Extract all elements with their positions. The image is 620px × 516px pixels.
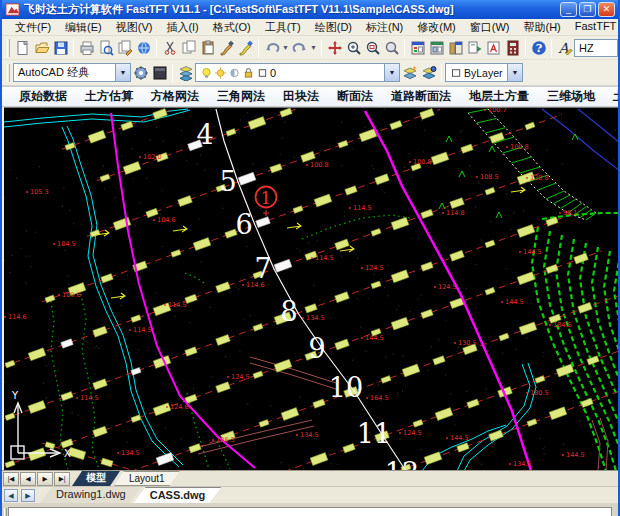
- zoom-previous-icon[interactable]: [382, 38, 401, 58]
- command-input[interactable]: [8, 507, 612, 516]
- menu-item-11[interactable]: FastTFT: [568, 19, 620, 36]
- layer-on-bulb-icon[interactable]: [200, 66, 213, 80]
- command-grip[interactable]: [4, 508, 7, 516]
- layer-thaw-sun-icon[interactable]: [214, 66, 227, 80]
- layout-nav-button-3[interactable]: ▶|: [54, 472, 70, 486]
- close-button[interactable]: ✕: [598, 2, 615, 17]
- dropdown-arrow-icon[interactable]: ▼: [309, 38, 318, 58]
- menu-item-3[interactable]: 插入(I): [159, 19, 205, 36]
- station-number-7: 7: [254, 253, 271, 284]
- menu-item-6[interactable]: 绘图(D): [308, 19, 359, 36]
- command-line-area[interactable]: [2, 503, 618, 516]
- fasttft-menu-8[interactable]: 三维场地: [538, 86, 604, 107]
- properties-icon[interactable]: [408, 38, 427, 58]
- fasttft-menu-2[interactable]: 方格网法: [142, 86, 208, 107]
- save-icon[interactable]: [51, 38, 70, 58]
- hyperlink-globe-icon[interactable]: [134, 38, 153, 58]
- toolbar-grip2[interactable]: [7, 64, 10, 82]
- elevation-label: 114.6: [246, 281, 265, 289]
- layout-nav-button-1[interactable]: ◀: [20, 472, 36, 486]
- pan-icon[interactable]: [325, 38, 344, 58]
- workspace-dropdown-icon[interactable]: ▼: [115, 64, 130, 81]
- model-layout-tabbar: |◀◀▶▶| 模型Layout1: [2, 470, 618, 486]
- layer-manager-icon[interactable]: [176, 63, 195, 83]
- color-dropdown-icon[interactable]: ▼: [507, 64, 522, 81]
- print-preview-icon[interactable]: [96, 38, 115, 58]
- document-tabbar: ◀▶ Drawing1.dwgCASS.dwg: [2, 486, 618, 503]
- new-icon[interactable]: [13, 38, 32, 58]
- minimize-button[interactable]: _: [560, 2, 577, 17]
- workspace-combo[interactable]: AutoCAD 经典 ▼: [13, 63, 131, 82]
- publish-icon[interactable]: [115, 38, 134, 58]
- markup-icon[interactable]: [484, 38, 503, 58]
- menu-item-1[interactable]: 编辑(E): [58, 19, 109, 36]
- layer-dropdown-icon[interactable]: ▼: [384, 64, 399, 81]
- undo-icon[interactable]: [262, 38, 281, 58]
- doc-tab-CASS.dwg[interactable]: CASS.dwg: [134, 487, 222, 503]
- doc-nav-button-0[interactable]: ◀: [4, 489, 18, 502]
- fasttft-menu-1[interactable]: 土方估算: [76, 86, 142, 107]
- elevation-label: 134.5: [121, 449, 140, 457]
- zoom-realtime-icon[interactable]: [344, 38, 363, 58]
- menu-item-8[interactable]: 修改(M): [410, 19, 463, 36]
- fasttft-menu-5[interactable]: 断面法: [328, 86, 382, 107]
- layout-nav-button-0[interactable]: |◀: [3, 472, 19, 486]
- menu-item-10[interactable]: 帮助(H): [517, 19, 568, 36]
- model-tab-Layout1[interactable]: Layout1: [114, 471, 180, 486]
- cad-drawing-canvas[interactable]: 4567891011121105.3104.5102.0104.6109.611…: [4, 108, 620, 471]
- text-style-icon[interactable]: A: [555, 38, 574, 58]
- design-center-icon[interactable]: [427, 38, 446, 58]
- fasttft-menu-3[interactable]: 三角网法: [208, 86, 274, 107]
- layer-lock-icon[interactable]: [242, 66, 255, 80]
- fasttft-menu-4[interactable]: 田块法: [274, 86, 328, 107]
- layer-states-icon[interactable]: [419, 63, 438, 83]
- doc-nav-button-1[interactable]: ▶: [21, 489, 35, 502]
- fasttft-menu-9[interactable]: 土方调配: [604, 86, 620, 107]
- cut-icon[interactable]: [160, 38, 179, 58]
- dropdown-arrow-icon[interactable]: ▼: [281, 38, 290, 58]
- open-icon[interactable]: [32, 38, 51, 58]
- layer-previous-icon[interactable]: [400, 63, 419, 83]
- layer-freeze-icon[interactable]: [228, 66, 241, 80]
- menu-item-5[interactable]: 工具(T): [258, 19, 308, 36]
- layout-nav-button-2[interactable]: ▶: [37, 472, 53, 486]
- menu-item-4[interactable]: 格式(O): [206, 19, 258, 36]
- menu-item-0[interactable]: 文件(F): [8, 19, 58, 36]
- paste-icon[interactable]: [198, 38, 217, 58]
- toolbar-grip[interactable]: [7, 39, 10, 57]
- fasttft-menu-6[interactable]: 道路断面法: [382, 86, 460, 107]
- fasttft-menu-0[interactable]: 原始数据: [10, 86, 76, 107]
- elevation-label: 108.5: [480, 173, 499, 181]
- doc-tab-Drawing1.dwg[interactable]: Drawing1.dwg: [40, 487, 142, 503]
- match-properties-icon[interactable]: [217, 38, 236, 58]
- elevation-label: 124.5: [365, 264, 384, 272]
- model-tab-模型[interactable]: 模型: [72, 471, 120, 486]
- layer-color-swatch-icon[interactable]: [256, 66, 269, 80]
- calculator-icon[interactable]: [503, 38, 522, 58]
- workspace-save-icon[interactable]: [150, 63, 169, 83]
- elevation-label: 114.6: [8, 313, 27, 321]
- zoom-window-icon[interactable]: [363, 38, 382, 58]
- menu-item-9[interactable]: 窗口(W): [463, 19, 517, 36]
- drawing-viewport[interactable]: 4567891011121105.3104.5102.0104.6109.611…: [4, 107, 620, 470]
- elevation-label: 124.5: [231, 373, 250, 381]
- elevation-label: 124.6: [170, 403, 189, 411]
- text-style-combo[interactable]: HZ: [574, 39, 618, 57]
- color-combo[interactable]: ByLayer ▼: [445, 63, 523, 82]
- workspace-settings-icon[interactable]: [131, 63, 150, 83]
- help-icon[interactable]: ?: [529, 38, 548, 58]
- sheet-set-icon[interactable]: [465, 38, 484, 58]
- fasttft-menu-7[interactable]: 地层土方量: [460, 86, 538, 107]
- print-icon[interactable]: [77, 38, 96, 58]
- menu-item-7[interactable]: 标注(N): [359, 19, 410, 36]
- copy-icon[interactable]: [179, 38, 198, 58]
- redo-icon[interactable]: [290, 38, 309, 58]
- maximize-button[interactable]: ❐: [579, 2, 596, 17]
- elevation-label: 114.5: [353, 204, 372, 212]
- menu-item-2[interactable]: 视图(V): [109, 19, 160, 36]
- section-id-number: 1: [261, 188, 272, 208]
- tool-palettes-icon[interactable]: [446, 38, 465, 58]
- elevation-label: 114.5: [168, 301, 187, 309]
- layer-combo[interactable]: 0 ▼: [195, 63, 400, 82]
- format-painter-icon[interactable]: [236, 38, 255, 58]
